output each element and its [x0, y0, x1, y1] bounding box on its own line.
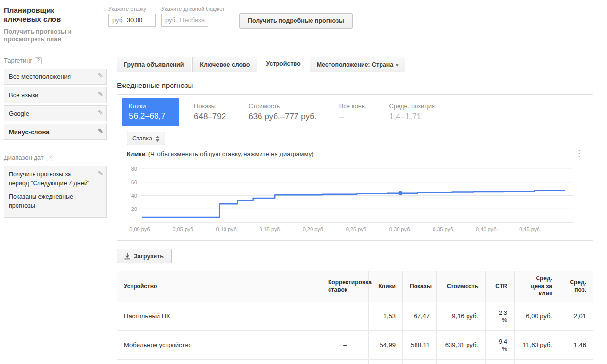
- budget-label: Укажите дневной бюджет: [161, 6, 225, 12]
- metric-avg-position[interactable]: Средн. позиция 1,4–1,71: [389, 98, 435, 127]
- forecast-panel: Клики 56,2–68,7 Показы 648–792 Стоимость…: [117, 94, 593, 241]
- chart-header: Клики (Чтобы изменить общую ставку, нажм…: [127, 150, 586, 157]
- metric-value: –: [339, 112, 367, 121]
- col-header-bid-adjustment: Корректировка ставок: [321, 271, 369, 302]
- svg-text:0,35 руб.: 0,35 руб.: [433, 226, 454, 232]
- tab-device[interactable]: Устройство: [259, 56, 308, 72]
- clicks-cell: 5,89: [369, 359, 403, 364]
- kebab-menu-icon[interactable]: ⋮: [572, 150, 586, 157]
- date-range-note: Показаны ежедневные прогнозы: [9, 193, 92, 210]
- tab-keyword[interactable]: Ключевое слово: [192, 57, 257, 72]
- avg-cpc-cell: 6,00 руб.: [515, 302, 559, 330]
- help-icon[interactable]: ?: [35, 57, 42, 64]
- svg-text:0,00 руб.: 0,00 руб.: [129, 226, 151, 232]
- content: Таргетинг ? Все местоположения ✎ Все язы…: [0, 46, 607, 364]
- bid-forecast-chart[interactable]: 204060800,00 руб.0,05 руб.0,10 руб.0,15 …: [121, 158, 580, 235]
- col-header-clicks: Клики: [369, 271, 403, 302]
- sidebar-item-network[interactable]: Google ✎: [4, 105, 107, 121]
- edit-pencil-icon[interactable]: ✎: [98, 169, 103, 178]
- device-name-cell: Мобильное устройство: [117, 330, 321, 359]
- col-header-avg-cpc: Сред. цена за клик: [515, 271, 559, 302]
- svg-text:0,25 руб.: 0,25 руб.: [346, 226, 368, 232]
- sort-arrows-icon: [156, 136, 160, 142]
- sidebar-item-label: Все языки: [9, 91, 38, 99]
- metric-value: 648–792: [194, 112, 226, 121]
- col-header-cost: Стоимость: [437, 271, 486, 302]
- tab-ad-group[interactable]: Группа объявлений: [117, 57, 191, 72]
- svg-text:0,40 руб.: 0,40 руб.: [476, 226, 498, 232]
- bid-adjustment-cell[interactable]: –: [321, 330, 369, 359]
- device-forecast-table: Устройство Корректировка ставок Клики По…: [117, 271, 593, 364]
- download-button[interactable]: Загрузить: [117, 249, 172, 263]
- tab-label: Местоположение: Страна: [317, 61, 394, 68]
- cost-cell: 58,05 руб.: [437, 359, 486, 364]
- budget-input-box[interactable]: руб.: [161, 14, 208, 27]
- metric-conversions[interactable]: Все конв. –: [339, 98, 367, 127]
- col-header-impressions: Показы: [403, 271, 437, 302]
- table-header-row: Устройство Корректировка ставок Клики По…: [117, 271, 593, 302]
- bid-input-box[interactable]: руб.: [108, 14, 156, 27]
- budget-input[interactable]: [180, 17, 205, 24]
- metric-label: Показы: [194, 103, 226, 110]
- metric-value: 636 руб.–777 руб.: [248, 112, 316, 121]
- topbar: Планировщик ключевых слов Получить прогн…: [0, 0, 607, 46]
- svg-text:40: 40: [131, 193, 137, 199]
- metric-cost[interactable]: Стоимость 636 руб.–777 руб.: [248, 98, 316, 127]
- edit-pencil-icon[interactable]: ✎: [98, 109, 103, 116]
- svg-text:0,30 руб.: 0,30 руб.: [389, 226, 411, 232]
- metric-label: Все конв.: [339, 103, 367, 110]
- date-range-section-label: Диапазон дат ?: [4, 154, 107, 161]
- sidebar-item-languages[interactable]: Все языки ✎: [4, 87, 107, 103]
- avg-cpc-cell: 9,85 руб.: [515, 359, 559, 364]
- bid-sort-dropdown[interactable]: Ставка: [127, 132, 165, 145]
- get-detailed-forecasts-button[interactable]: Получить подробные прогнозы: [239, 13, 353, 29]
- clicks-cell: 54,99: [369, 330, 403, 359]
- svg-text:20: 20: [131, 206, 137, 212]
- svg-text:0,15 руб.: 0,15 руб.: [260, 226, 281, 232]
- bid-input[interactable]: [127, 17, 152, 24]
- edit-pencil-icon[interactable]: ✎: [98, 127, 103, 135]
- svg-text:0,45 руб.: 0,45 руб.: [519, 226, 541, 232]
- svg-text:80: 80: [131, 166, 137, 172]
- budget-currency-prefix: руб.: [165, 17, 177, 24]
- help-icon[interactable]: ?: [47, 155, 53, 161]
- col-header-ctr: CTR: [486, 271, 515, 302]
- avg-position-cell: 1,46: [559, 330, 593, 359]
- clicks-cell: 1,53: [369, 302, 403, 330]
- targeting-section-label: Таргетинг ?: [4, 57, 107, 64]
- download-icon: [124, 253, 130, 260]
- bid-adjustment-cell: [321, 359, 369, 364]
- sidebar: Таргетинг ? Все местоположения ✎ Все язы…: [0, 46, 117, 364]
- tab-label: Устройство: [266, 60, 300, 67]
- device-name-cell: Настольный ПК: [117, 302, 321, 330]
- sidebar-item-locations[interactable]: Все местоположения ✎: [4, 69, 107, 85]
- metrics-row: Клики 56,2–68,7 Показы 648–792 Стоимость…: [117, 95, 593, 127]
- title-block: Планировщик ключевых слов Получить прогн…: [4, 6, 108, 44]
- svg-text:0,05 руб.: 0,05 руб.: [173, 226, 194, 232]
- sidebar-item-negative-keywords[interactable]: Минус-слова ✎: [4, 124, 107, 140]
- ctr-cell: 2,3 %: [486, 302, 515, 330]
- chart-hint: (Чтобы изменить общую ставку, нажмите на…: [148, 150, 314, 157]
- col-header-device: Устройство: [117, 271, 321, 302]
- avg-position-cell: 1,74: [559, 359, 593, 364]
- metric-label: Средн. позиция: [389, 103, 435, 110]
- tab-location-country[interactable]: Местоположение: Страна▾: [310, 57, 406, 72]
- bid-sort-label: Ставка: [132, 135, 152, 142]
- metric-value: 1,4–1,71: [389, 112, 435, 121]
- impressions-cell: 64,42: [403, 359, 437, 364]
- page-subtitle: Получить прогнозы и просмотреть план: [4, 28, 91, 44]
- metric-clicks[interactable]: Клики 56,2–68,7: [122, 98, 179, 126]
- ctr-cell: 9,2 %: [486, 359, 515, 364]
- device-name-cell: Планшет: [117, 359, 321, 364]
- svg-text:0,20 руб.: 0,20 руб.: [303, 226, 325, 232]
- impressions-cell: 588,11: [403, 330, 437, 359]
- date-range-box[interactable]: ✎ Получить прогнозы за период "Следующие…: [4, 166, 107, 218]
- section-title: Ежедневные прогнозы: [117, 81, 593, 89]
- keyword-planner-page: Планировщик ключевых слов Получить прогн…: [0, 0, 607, 364]
- cost-cell: 639,31 руб.: [437, 330, 486, 359]
- edit-pencil-icon[interactable]: ✎: [98, 90, 103, 98]
- tab-bar: Группа объявлений Ключевое слово Устройс…: [117, 56, 593, 72]
- table-row-desktop: Настольный ПК 1,53 67,47 9,16 руб. 2,3 %…: [117, 302, 593, 330]
- edit-pencil-icon[interactable]: ✎: [98, 72, 103, 79]
- metric-impressions[interactable]: Показы 648–792: [194, 98, 226, 127]
